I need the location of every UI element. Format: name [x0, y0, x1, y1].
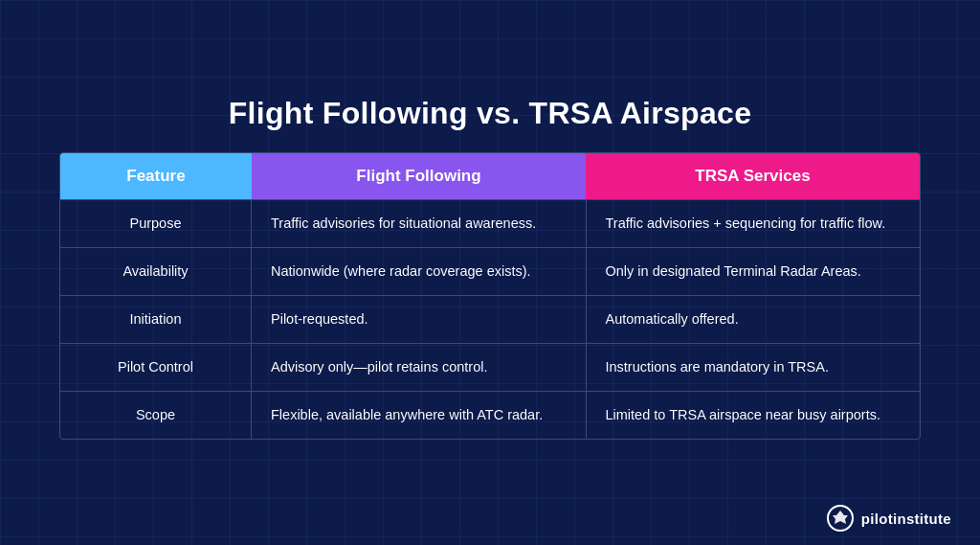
logo-area: pilotinstitute — [827, 505, 951, 532]
page-wrapper: Flight Following vs. TRSA Airspace Featu… — [0, 0, 980, 545]
cell-trsa-services: Instructions are mandatory in TRSA. — [587, 344, 921, 391]
header-flight-following: Flight Following — [252, 153, 586, 199]
cell-feature: Pilot Control — [60, 344, 252, 391]
cell-feature: Purpose — [60, 200, 252, 247]
table-row: InitiationPilot-requested.Automatically … — [60, 295, 920, 343]
logo-text: pilotinstitute — [861, 511, 951, 527]
cell-flight-following: Pilot-requested. — [252, 296, 587, 343]
cell-trsa-services: Traffic advisories + sequencing for traf… — [587, 200, 921, 247]
cell-trsa-services: Only in designated Terminal Radar Areas. — [587, 248, 921, 295]
header-trsa-services: TRSA Services — [586, 153, 920, 199]
comparison-table-container: Feature Flight Following TRSA Services P… — [59, 152, 921, 440]
cell-feature: Initiation — [60, 296, 252, 343]
cell-flight-following: Traffic advisories for situational aware… — [252, 200, 587, 247]
table-header-row: Feature Flight Following TRSA Services — [60, 153, 920, 199]
comparison-table: Feature Flight Following TRSA Services P… — [60, 153, 920, 439]
pilot-institute-icon — [827, 505, 854, 532]
cell-trsa-services: Automatically offered. — [587, 296, 921, 343]
cell-feature: Scope — [60, 392, 252, 439]
cell-flight-following: Flexible, available anywhere with ATC ra… — [252, 392, 587, 439]
cell-flight-following: Nationwide (where radar coverage exists)… — [252, 248, 587, 295]
cell-flight-following: Advisory only—pilot retains control. — [252, 344, 587, 391]
table-row: PurposeTraffic advisories for situationa… — [60, 199, 920, 247]
table-row: Pilot ControlAdvisory only—pilot retains… — [60, 343, 920, 391]
cell-feature: Availability — [60, 248, 252, 295]
table-row: AvailabilityNationwide (where radar cove… — [60, 247, 920, 295]
page-title: Flight Following vs. TRSA Airspace — [229, 96, 752, 131]
table-row: ScopeFlexible, available anywhere with A… — [60, 391, 920, 439]
header-feature: Feature — [60, 153, 252, 199]
svg-marker-1 — [833, 511, 848, 524]
cell-trsa-services: Limited to TRSA airspace near busy airpo… — [587, 392, 921, 439]
